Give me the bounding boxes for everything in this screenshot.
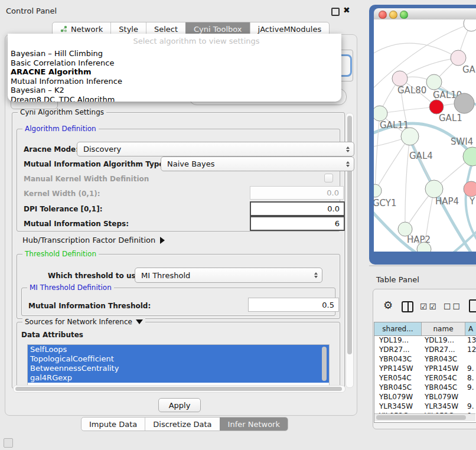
close-panel-icon[interactable]: ✖ bbox=[343, 6, 350, 14]
table-row[interactable]: YBR043CYBR043C bbox=[374, 355, 476, 364]
mi-steps-field[interactable]: 6 bbox=[250, 216, 345, 231]
tab-label: Impute Data bbox=[89, 420, 137, 429]
table-cell: YBR043C bbox=[421, 355, 464, 364]
apply-button[interactable]: Apply bbox=[158, 398, 201, 412]
document-icon[interactable] bbox=[469, 299, 476, 312]
network-node-label: GAL11 bbox=[380, 120, 409, 131]
algorithm-option[interactable]: Mutual Information Inference bbox=[8, 77, 341, 86]
column-header-name[interactable]: name bbox=[422, 322, 465, 335]
gear-icon[interactable]: ⚙ bbox=[383, 299, 393, 311]
table-cell: YDR27... bbox=[374, 345, 421, 355]
tab-label: Style bbox=[119, 25, 138, 34]
collapsed-panel-icon[interactable] bbox=[4, 438, 13, 448]
table-row[interactable]: YBR045CYBR045C9. bbox=[374, 383, 476, 393]
network-node[interactable] bbox=[374, 106, 387, 121]
network-node[interactable] bbox=[425, 180, 443, 198]
network-node[interactable] bbox=[429, 100, 444, 114]
network-canvas[interactable]: GALGAL80GAL10GAL1GAL11GAL4SWI4HAP4YGCY1H… bbox=[374, 19, 476, 252]
column-header-shared-name[interactable]: shared... bbox=[374, 322, 422, 335]
float-window-icon[interactable] bbox=[331, 8, 340, 16]
attribute-list-item[interactable]: gal4RGexp bbox=[28, 373, 329, 383]
scrollbar-thumb[interactable] bbox=[15, 387, 342, 391]
manual-kernel-width-checkbox[interactable] bbox=[324, 174, 333, 182]
network-node[interactable] bbox=[374, 184, 382, 197]
settings-horizontal-scrollbar[interactable] bbox=[13, 385, 345, 393]
attribute-list-item[interactable]: SelfLoops bbox=[28, 345, 329, 354]
network-node[interactable] bbox=[464, 181, 476, 197]
network-node[interactable] bbox=[464, 19, 476, 31]
table-row[interactable]: YBL079WYBL079W bbox=[374, 393, 476, 402]
attribute-list-item[interactable]: TopologicalCoefficient bbox=[28, 354, 329, 364]
data-attributes-list[interactable]: SelfLoopsTopologicalCoefficientBetweenne… bbox=[27, 344, 330, 386]
manual-kernel-width-label: Manual Kernel Width Definition bbox=[24, 175, 149, 183]
table-row[interactable]: YDR27...YDR27...12 bbox=[374, 345, 476, 355]
spinner-arrows-icon bbox=[346, 161, 350, 167]
columns-icon[interactable] bbox=[402, 301, 413, 312]
hub-definition-expander[interactable]: Hub/Transcription Factor Definition bbox=[22, 236, 165, 244]
network-node[interactable] bbox=[451, 50, 466, 66]
table-horizontal-scrollbar[interactable] bbox=[374, 413, 475, 421]
which-threshold-select[interactable]: MI Threshold bbox=[135, 268, 322, 283]
select-all-checkboxes-icon[interactable]: ☑☑ bbox=[420, 302, 438, 311]
cyni-settings-group-title: Cyni Algorithm Settings bbox=[18, 108, 106, 116]
table-row[interactable]: YPR145WYPR145W9. bbox=[374, 364, 476, 374]
bottom-tabbar: Impute DataDiscretize DataInfer Network bbox=[81, 417, 288, 431]
table-row[interactable]: YER054CYER054C8. bbox=[374, 374, 476, 383]
table-cell: YBL079W bbox=[374, 393, 421, 402]
network-node[interactable] bbox=[454, 93, 474, 113]
dpi-tolerance-field[interactable]: 0.0 bbox=[250, 201, 345, 216]
node-table: shared... name A YDL19...YDL19...13YDR27… bbox=[374, 322, 476, 423]
tab-label: Cyni Toolbox bbox=[194, 25, 242, 34]
split-divider[interactable] bbox=[369, 265, 476, 266]
threshold-definition-title: Threshold Definition bbox=[22, 250, 99, 258]
mi-algorithm-type-label: Mutual Information Algorithm Type: bbox=[24, 160, 167, 168]
tab-label: Discretize Data bbox=[153, 420, 211, 429]
table-row[interactable]: YDL19...YDL19...13 bbox=[374, 336, 476, 345]
which-threshold-label: Which threshold to use: bbox=[48, 272, 144, 280]
zoom-traffic-light-icon[interactable] bbox=[400, 11, 408, 19]
close-traffic-light-icon[interactable] bbox=[379, 11, 387, 19]
aracne-mode-value: Discovery bbox=[83, 145, 121, 154]
table-cell: YBR045C bbox=[374, 383, 421, 393]
table-cell bbox=[464, 355, 476, 364]
kernel-width-field[interactable]: 0.0 bbox=[250, 186, 344, 200]
algorithm-option[interactable]: Bayesian – K2 bbox=[8, 86, 341, 95]
minimize-traffic-light-icon[interactable] bbox=[389, 11, 397, 19]
network-node[interactable] bbox=[392, 71, 407, 86]
mi-threshold-field[interactable]: 0.5 bbox=[248, 298, 339, 312]
deselect-all-checkboxes-icon[interactable]: ☐☐ bbox=[444, 302, 462, 311]
data-attributes-label: Data Attributes bbox=[21, 331, 83, 339]
table-cell: YLR345W bbox=[374, 402, 421, 412]
spinner-arrows-icon bbox=[314, 272, 318, 278]
network-node-label: SWI4 bbox=[451, 136, 473, 147]
network-node[interactable] bbox=[463, 147, 476, 166]
algorithm-definition-title: Algorithm Definition bbox=[22, 125, 99, 133]
table-cell: YBL079W bbox=[421, 393, 464, 402]
network-node[interactable] bbox=[401, 128, 419, 145]
table-cell: YER054C bbox=[421, 374, 464, 383]
expand-arrow-icon[interactable] bbox=[160, 237, 165, 244]
tab-discretize-data[interactable]: Discretize Data bbox=[145, 418, 219, 431]
mi-threshold-label: Mutual Information Threshold: bbox=[28, 302, 151, 310]
aracne-mode-label: Aracne Mode: bbox=[24, 145, 79, 154]
scrollbar-thumb[interactable] bbox=[376, 415, 466, 420]
column-header-third[interactable]: A bbox=[465, 322, 476, 335]
network-node[interactable] bbox=[426, 74, 442, 90]
algorithm-option[interactable]: ARACNE Algorithm bbox=[8, 67, 341, 77]
collapse-arrow-icon[interactable] bbox=[136, 319, 143, 324]
network-canvas-svg: GALGAL80GAL10GAL1GAL11GAL4SWI4HAP4YGCY1H… bbox=[374, 19, 476, 252]
table-cell: YLR345W bbox=[421, 402, 464, 412]
which-threshold-value: MI Threshold bbox=[141, 271, 190, 280]
aracne-mode-select[interactable]: Discovery bbox=[77, 142, 354, 156]
mi-algorithm-type-select[interactable]: Naive Bayes bbox=[161, 156, 354, 171]
table-row[interactable]: YLR345WYLR345W9. bbox=[374, 402, 476, 412]
algorithm-option[interactable]: Dream8 DC_TDC Algorithm bbox=[8, 95, 341, 102]
list-scrollbar-thumb[interactable] bbox=[322, 347, 327, 381]
tab-infer-network[interactable]: Infer Network bbox=[220, 418, 288, 431]
table-body: YDL19...YDL19...13YDR27...YDR27...12YBR0… bbox=[374, 336, 476, 421]
algorithm-option[interactable]: Bayesian – Hill Climbing bbox=[8, 49, 341, 58]
tab-impute-data[interactable]: Impute Data bbox=[81, 418, 145, 431]
algorithm-option[interactable]: Basic Correlation Inference bbox=[8, 58, 341, 68]
table-cell: 9. bbox=[464, 364, 476, 374]
attribute-list-item[interactable]: BetweennessCentrality bbox=[28, 364, 329, 373]
